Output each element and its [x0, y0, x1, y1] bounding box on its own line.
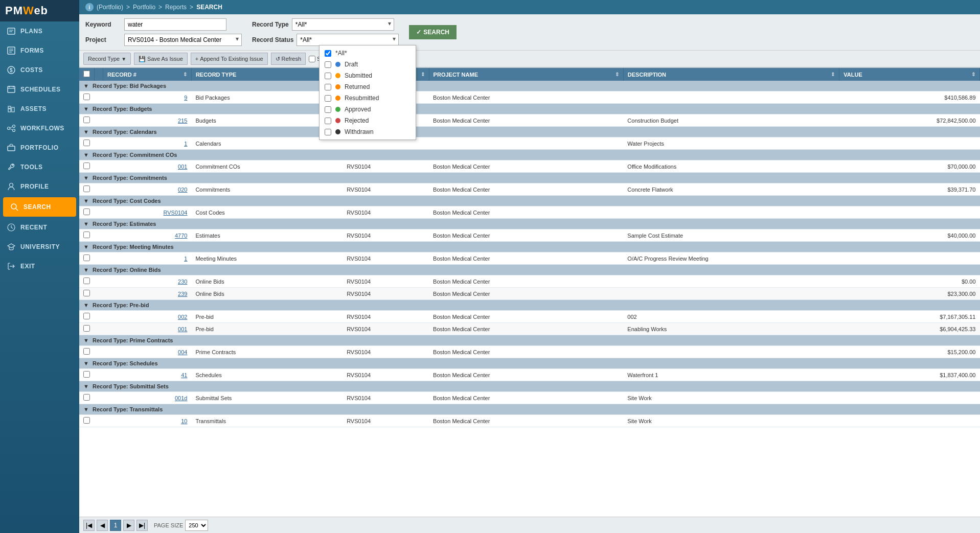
collapse-icon[interactable]: ▼ [83, 106, 89, 112]
sort-value-icon[interactable]: ⇕ [971, 72, 975, 77]
sort-desc-icon[interactable]: ⇕ [831, 72, 835, 77]
status-checkbox-resubmitted[interactable] [325, 95, 331, 102]
record-number-cell[interactable]: 1 [103, 252, 192, 265]
status-option-rejected[interactable]: Rejected [320, 115, 416, 126]
next-page-btn[interactable]: ▶ [123, 520, 134, 531]
record-number-cell[interactable]: 41 [103, 369, 192, 381]
row-checkbox[interactable] [83, 313, 90, 319]
sidebar-item-university[interactable]: UNIVERSITY [0, 237, 79, 257]
collapse-icon[interactable]: ▼ [83, 383, 89, 389]
status-option-all[interactable]: *All* [320, 48, 416, 59]
save-as-issue-btn[interactable]: 💾 Save As Issue [134, 53, 188, 65]
sidebar-item-forms[interactable]: FORMS [0, 41, 79, 60]
refresh-btn[interactable]: ↺ Refresh [271, 53, 306, 65]
status-option-resubmitted[interactable]: Resubmitted [320, 92, 416, 104]
row-checkbox[interactable] [83, 254, 90, 261]
status-checkbox-approved[interactable] [325, 106, 331, 113]
append-btn[interactable]: + Append To Existing Issue [191, 53, 268, 65]
row-checkbox[interactable] [83, 163, 90, 169]
search-button[interactable]: ✓ SEARCH [409, 25, 457, 39]
sidebar-item-assets[interactable]: ASSETS [0, 99, 79, 119]
th-project-name[interactable]: PROJECT NAME⇕ [429, 68, 623, 81]
breadcrumb-portfolio[interactable]: Portfolio [133, 4, 155, 11]
record-number-cell[interactable]: 1 [103, 137, 192, 150]
record-number-cell[interactable]: 10 [103, 415, 192, 427]
first-page-btn[interactable]: |◀ [83, 520, 95, 531]
row-checkbox[interactable] [83, 371, 90, 378]
record-number-cell[interactable]: 004 [103, 346, 192, 358]
prev-page-btn[interactable]: ◀ [97, 520, 108, 531]
status-checkbox-draft[interactable] [325, 61, 331, 68]
status-checkbox-returned[interactable] [325, 84, 331, 90]
record-status-select[interactable]: *All* Draft Submitted Returned Resubmitt… [297, 34, 399, 46]
record-number-cell[interactable]: 230 [103, 275, 192, 288]
record-number-cell[interactable]: 020 [103, 183, 192, 196]
sort-record-icon[interactable]: ⇕ [183, 72, 187, 77]
info-icon[interactable]: i [85, 3, 94, 11]
last-page-btn[interactable]: ▶| [136, 520, 148, 531]
collapse-icon[interactable]: ▼ [83, 360, 89, 366]
sort-pname-icon[interactable]: ⇕ [615, 72, 619, 77]
collapse-icon[interactable]: ▼ [83, 406, 89, 412]
status-option-approved[interactable]: Approved [320, 104, 416, 115]
row-checkbox[interactable] [83, 117, 90, 123]
th-description[interactable]: DESCRIPTION⇕ [623, 68, 839, 81]
row-checkbox[interactable] [83, 290, 90, 296]
sidebar-item-search[interactable]: SEARCH [3, 197, 76, 217]
collapse-icon[interactable]: ▼ [83, 221, 89, 227]
collapse-icon[interactable]: ▼ [83, 337, 89, 343]
record-type-select[interactable]: *All* [292, 18, 394, 31]
collapse-icon[interactable]: ▼ [83, 302, 89, 308]
record-number-cell[interactable]: 4770 [103, 229, 192, 242]
sort-project-icon[interactable]: ⇕ [421, 72, 425, 77]
sidebar-item-recent[interactable]: RECENT [0, 218, 79, 237]
row-checkbox[interactable] [83, 348, 90, 355]
sidebar-item-exit[interactable]: EXIT [0, 257, 79, 276]
row-checkbox[interactable] [83, 208, 90, 215]
collapse-icon[interactable]: ▼ [83, 244, 89, 250]
collapse-icon[interactable]: ▼ [83, 198, 89, 204]
record-number-cell[interactable]: 001 [103, 160, 192, 173]
row-checkbox[interactable] [83, 186, 90, 192]
row-checkbox[interactable] [83, 94, 90, 100]
row-checkbox[interactable] [83, 140, 90, 146]
record-number-cell[interactable]: 239 [103, 288, 192, 300]
keyword-input[interactable] [124, 18, 226, 31]
collapse-icon[interactable]: ▼ [83, 267, 89, 273]
record-number-cell[interactable]: 215 [103, 114, 192, 127]
header-checkbox[interactable] [83, 71, 90, 77]
select-all-checkbox[interactable] [309, 56, 315, 62]
th-record-number[interactable]: RECORD #⇕ [103, 68, 192, 81]
collapse-icon[interactable]: ▼ [83, 129, 89, 135]
sidebar-item-portfolio[interactable]: PORTFOLIO [0, 138, 79, 157]
row-checkbox[interactable] [83, 231, 90, 238]
collapse-icon[interactable]: ▼ [83, 83, 89, 89]
record-number-cell[interactable]: 9 [103, 91, 192, 104]
status-checkbox-rejected[interactable] [325, 118, 331, 124]
sidebar-item-workflows[interactable]: WORKFLOWS [0, 119, 79, 138]
status-checkbox-all[interactable] [325, 50, 331, 57]
sidebar-item-costs[interactable]: $ COSTS [0, 60, 79, 80]
sidebar-item-schedules[interactable]: SCHEDULES [0, 80, 79, 99]
project-select[interactable]: RVS0104 - Boston Medical Center [124, 34, 242, 46]
status-option-draft[interactable]: Draft [320, 59, 416, 70]
sidebar-item-plans[interactable]: PLANS [0, 21, 79, 41]
record-number-cell[interactable]: 001 [103, 323, 192, 335]
row-checkbox[interactable] [83, 325, 90, 332]
row-checkbox[interactable] [83, 417, 90, 424]
status-option-submitted[interactable]: Submitted [320, 70, 416, 81]
record-number-cell[interactable]: 001d [103, 392, 192, 404]
status-checkbox-withdrawn[interactable] [325, 129, 331, 135]
row-checkbox[interactable] [83, 394, 90, 401]
th-value[interactable]: VALUE⇕ [839, 68, 980, 81]
page-size-select[interactable]: 250 100 50 [185, 520, 208, 531]
sidebar-item-tools[interactable]: TOOLS [0, 157, 79, 177]
portfolio-link[interactable]: (Portfolio) [97, 4, 123, 11]
collapse-icon[interactable]: ▼ [83, 175, 89, 181]
record-number-cell[interactable]: 002 [103, 311, 192, 323]
sidebar-item-profile[interactable]: PROFILE [0, 177, 79, 196]
status-option-returned[interactable]: Returned [320, 81, 416, 92]
status-checkbox-submitted[interactable] [325, 73, 331, 79]
record-type-filter-btn[interactable]: Record Type ▼ [83, 53, 131, 65]
row-checkbox[interactable] [83, 277, 90, 284]
